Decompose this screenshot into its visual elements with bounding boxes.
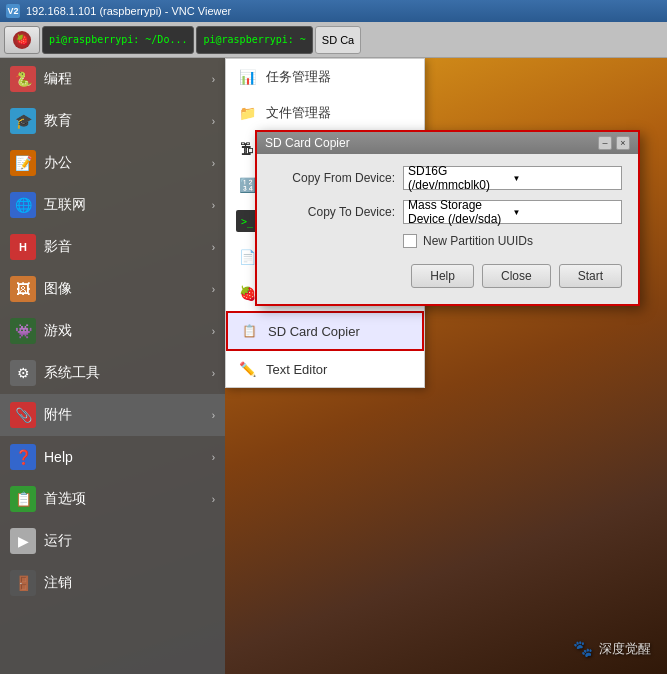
dialog-controls: – × xyxy=(598,136,630,150)
start-button[interactable]: Start xyxy=(559,264,622,288)
programming-icon: 🐍 xyxy=(10,66,36,92)
arrow-icon: › xyxy=(212,410,215,421)
submenu-item-label: SD Card Copier xyxy=(268,324,360,339)
education-icon: 🎓 xyxy=(10,108,36,134)
preferences-icon: 📋 xyxy=(10,486,36,512)
terminal-tab-1[interactable]: pi@raspberrypi: ~/Do... xyxy=(42,26,194,54)
submenu-item-label: 任务管理器 xyxy=(266,68,331,86)
dialog-body: Copy From Device: SD16G (/dev/mmcblk0) ▼… xyxy=(257,154,638,304)
sidebar-item-label: 影音 xyxy=(44,238,212,256)
submenu-item-label: 文件管理器 xyxy=(266,104,331,122)
copy-to-value: Mass Storage Device (/dev/sda) xyxy=(408,198,513,226)
arrow-icon: › xyxy=(212,284,215,295)
dropdown-arrow-icon: ▼ xyxy=(513,208,618,217)
copy-to-row: Copy To Device: Mass Storage Device (/de… xyxy=(273,200,622,224)
arrow-icon: › xyxy=(212,74,215,85)
sidebar-item-label: 教育 xyxy=(44,112,212,130)
terminal-1-label: pi@raspberrypi: ~/Do... xyxy=(49,34,187,45)
sidebar-item-label: 互联网 xyxy=(44,196,212,214)
media-icon: H xyxy=(10,234,36,260)
help-button[interactable]: Help xyxy=(411,264,474,288)
sidebar-item-system[interactable]: ⚙ 系统工具 › xyxy=(0,352,225,394)
vnc-icon: V2 xyxy=(6,4,20,18)
dialog-minimize-button[interactable]: – xyxy=(598,136,612,150)
sidebar-item-internet[interactable]: 🌐 互联网 › xyxy=(0,184,225,226)
sidebar-item-label: 首选项 xyxy=(44,490,212,508)
dropdown-arrow-icon: ▼ xyxy=(513,174,618,183)
arrow-icon: › xyxy=(212,368,215,379)
internet-icon: 🌐 xyxy=(10,192,36,218)
watermark-text: 深度觉醒 xyxy=(599,640,651,658)
sd-label: SD Ca xyxy=(322,34,354,46)
sidebar-item-label: Help xyxy=(44,449,212,465)
raspberry-menu-button[interactable]: 🍓 xyxy=(4,26,40,54)
arrow-icon: › xyxy=(212,494,215,505)
graphics-icon: 🖼 xyxy=(10,276,36,302)
submenu-item-file-manager[interactable]: 📁 文件管理器 xyxy=(226,95,424,131)
sidebar-item-label: 注销 xyxy=(44,574,215,592)
sidebar-item-graphics[interactable]: 🖼 图像 › xyxy=(0,268,225,310)
close-button[interactable]: Close xyxy=(482,264,551,288)
copy-from-label: Copy From Device: xyxy=(273,171,403,185)
sidebar-item-media[interactable]: H 影音 › xyxy=(0,226,225,268)
office-icon: 📝 xyxy=(10,150,36,176)
sidebar-item-help[interactable]: ❓ Help › xyxy=(0,436,225,478)
watermark: 🐾 深度觉醒 xyxy=(573,639,651,658)
sidebar-item-label: 游戏 xyxy=(44,322,212,340)
new-partition-label: New Partition UUIDs xyxy=(423,234,533,248)
copy-to-label: Copy To Device: xyxy=(273,205,403,219)
sidebar-item-programming[interactable]: 🐍 编程 › xyxy=(0,58,225,100)
sd-card-tab[interactable]: SD Ca xyxy=(315,26,361,54)
vnc-titlebar: V2 192.168.1.101 (raspberrypi) - VNC Vie… xyxy=(0,0,667,22)
sd-card-copier-icon: 📋 xyxy=(238,320,260,342)
vnc-title: 192.168.1.101 (raspberrypi) - VNC Viewer xyxy=(26,5,231,17)
sidebar-item-accessories[interactable]: 📎 附件 › xyxy=(0,394,225,436)
submenu-item-sd-card-copier[interactable]: 📋 SD Card Copier xyxy=(226,311,424,351)
arrow-icon: › xyxy=(212,200,215,211)
taskbar: 🍓 pi@raspberrypi: ~/Do... pi@raspberrypi… xyxy=(0,22,667,58)
sd-card-copier-dialog: SD Card Copier – × Copy From Device: SD1… xyxy=(255,130,640,306)
dialog-action-buttons: Help Close Start xyxy=(273,260,622,292)
new-partition-checkbox[interactable] xyxy=(403,234,417,248)
sidebar-item-label: 图像 xyxy=(44,280,212,298)
task-manager-icon: 📊 xyxy=(236,66,258,88)
arrow-icon: › xyxy=(212,326,215,337)
sidebar-item-label: 办公 xyxy=(44,154,212,172)
sidebar-item-office[interactable]: 📝 办公 › xyxy=(0,142,225,184)
arrow-icon: › xyxy=(212,116,215,127)
arrow-icon: › xyxy=(212,242,215,253)
sidebar-item-games[interactable]: 👾 游戏 › xyxy=(0,310,225,352)
dialog-titlebar: SD Card Copier – × xyxy=(257,132,638,154)
dialog-title: SD Card Copier xyxy=(265,136,350,150)
sidebar-item-label: 运行 xyxy=(44,532,215,550)
sidebar-item-label: 编程 xyxy=(44,70,212,88)
new-partition-row: New Partition UUIDs xyxy=(403,234,622,248)
terminal-tab-2[interactable]: pi@raspberrypi: ~ xyxy=(196,26,312,54)
logout-icon: 🚪 xyxy=(10,570,36,596)
sidebar-item-education[interactable]: 🎓 教育 › xyxy=(0,100,225,142)
sidebar-item-logout[interactable]: 🚪 注销 xyxy=(0,562,225,604)
help-icon: ❓ xyxy=(10,444,36,470)
copy-from-row: Copy From Device: SD16G (/dev/mmcblk0) ▼ xyxy=(273,166,622,190)
sidebar-item-label: 附件 xyxy=(44,406,212,424)
submenu-item-text-editor[interactable]: ✏️ Text Editor xyxy=(226,351,424,387)
games-icon: 👾 xyxy=(10,318,36,344)
sidebar-item-preferences[interactable]: 📋 首选项 › xyxy=(0,478,225,520)
terminal-2-label: pi@raspberrypi: ~ xyxy=(203,34,305,45)
copy-to-select[interactable]: Mass Storage Device (/dev/sda) ▼ xyxy=(403,200,622,224)
file-manager-icon: 📁 xyxy=(236,102,258,124)
submenu-item-task-manager[interactable]: 📊 任务管理器 xyxy=(226,59,424,95)
copy-from-value: SD16G (/dev/mmcblk0) xyxy=(408,164,513,192)
watermark-icon: 🐾 xyxy=(573,639,593,658)
arrow-icon: › xyxy=(212,452,215,463)
text-editor-icon: ✏️ xyxy=(236,358,258,380)
dialog-close-button[interactable]: × xyxy=(616,136,630,150)
run-icon: ▶ xyxy=(10,528,36,554)
raspberry-icon: 🍓 xyxy=(13,31,31,49)
submenu-item-label: Text Editor xyxy=(266,362,327,377)
sidebar-item-label: 系统工具 xyxy=(44,364,212,382)
copy-from-select[interactable]: SD16G (/dev/mmcblk0) ▼ xyxy=(403,166,622,190)
accessories-icon: 📎 xyxy=(10,402,36,428)
arrow-icon: › xyxy=(212,158,215,169)
sidebar-item-run[interactable]: ▶ 运行 xyxy=(0,520,225,562)
